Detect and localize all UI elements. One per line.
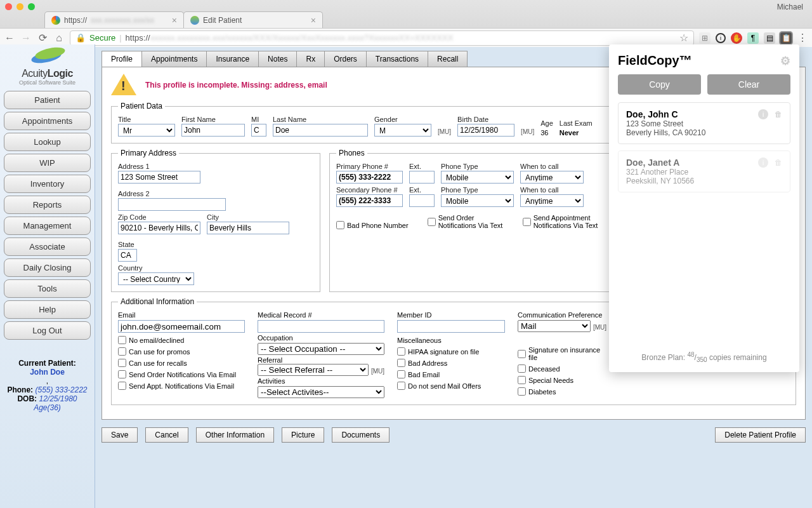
secondary-when-select[interactable]: Anytime	[520, 194, 584, 207]
info-icon[interactable]: i	[758, 109, 768, 119]
appt-email-checkbox[interactable]	[118, 382, 126, 390]
sidebar-item-tools[interactable]: Tools	[4, 279, 91, 298]
tab-appointments[interactable]: Appointments	[141, 51, 207, 67]
patient-card[interactable]: Doe, Janet A 321 Another Place Peekskill…	[618, 150, 790, 192]
recalls-checkbox[interactable]	[118, 359, 126, 367]
tab-profile[interactable]: Profile	[102, 51, 142, 67]
tab-close-icon[interactable]: ×	[172, 15, 177, 25]
no-email-checkbox[interactable]	[118, 336, 126, 344]
state-input[interactable]	[118, 249, 137, 262]
diabetes-checkbox[interactable]	[518, 387, 526, 396]
gear-icon[interactable]: ⚙	[780, 54, 790, 68]
primary-type-select[interactable]: Mobile	[441, 171, 514, 184]
trash-icon[interactable]: 🗑	[773, 109, 783, 119]
email-input[interactable]	[118, 320, 245, 333]
send-appt-text-checkbox[interactable]	[523, 218, 531, 226]
picture-button[interactable]: Picture	[282, 427, 324, 443]
tab-transactions[interactable]: Transactions	[366, 51, 428, 67]
clear-button[interactable]: Clear	[707, 74, 790, 95]
mrn-input[interactable]	[258, 320, 384, 333]
address2-input[interactable]	[118, 198, 226, 211]
address1-input[interactable]	[118, 171, 200, 184]
save-button[interactable]: Save	[102, 427, 138, 443]
menu-icon[interactable]: ⋮	[797, 32, 808, 44]
ext-icon[interactable]: i	[716, 33, 726, 43]
zip-input[interactable]	[118, 222, 200, 234]
mi-input[interactable]	[251, 124, 266, 137]
tab-insurance[interactable]: Insurance	[206, 51, 259, 67]
window-maximize-icon[interactable]	[28, 3, 35, 10]
ext-icon[interactable]: ¶	[747, 32, 759, 44]
first-name-input[interactable]	[181, 124, 245, 137]
last-name-input[interactable]	[273, 124, 368, 137]
city-input[interactable]	[207, 222, 289, 234]
birth-date-input[interactable]	[457, 124, 514, 137]
address-bar[interactable]: 🔒 Secure | https://xxxxxx.xxxxxxxx.xxx/x…	[70, 30, 694, 46]
sidebar-item-wip[interactable]: WIP	[4, 154, 91, 172]
sidebar-item-help[interactable]: Help	[4, 300, 91, 319]
ext-icon[interactable]: ✋	[731, 32, 742, 44]
sidebar-item-lookup[interactable]: Lookup	[4, 133, 91, 151]
order-email-checkbox[interactable]	[118, 370, 126, 378]
tab-recall[interactable]: Recall	[428, 51, 468, 67]
browser-tab[interactable]: Edit Patient ×	[183, 11, 323, 28]
primary-when-select[interactable]: Anytime	[520, 171, 584, 184]
signature-checkbox[interactable]	[518, 350, 526, 358]
ext-icon[interactable]: ▤	[764, 32, 775, 44]
copy-button[interactable]: Copy	[618, 74, 701, 95]
comm-pref-select[interactable]: Mail	[518, 320, 591, 332]
bad-phone-checkbox[interactable]	[336, 221, 344, 229]
gender-select[interactable]: M	[374, 124, 431, 137]
nav-back-icon[interactable]: ←	[4, 32, 15, 44]
nav-home-icon[interactable]: ⌂	[53, 32, 65, 44]
window-minimize-icon[interactable]	[16, 3, 23, 10]
sidebar-item-daily-closing[interactable]: Daily Closing	[4, 258, 91, 277]
primary-address-fieldset: Primary Address Address 1 Address 2 Zip …	[111, 149, 320, 292]
ext-icon[interactable]: ⊞	[699, 32, 710, 44]
nav-reload-icon[interactable]: ⟳	[37, 32, 48, 44]
sidebar-item-associate[interactable]: Associate	[4, 237, 91, 256]
tab-orders[interactable]: Orders	[324, 51, 367, 67]
occupation-select[interactable]: -- Select Occupation --	[258, 343, 384, 355]
secondary-phone-input[interactable]	[336, 194, 403, 207]
bad-address-checkbox[interactable]	[397, 359, 405, 367]
country-select[interactable]: -- Select Country --	[118, 272, 194, 285]
trash-icon[interactable]: 🗑	[773, 157, 783, 168]
hipaa-checkbox[interactable]	[397, 347, 405, 356]
primary-ext-input[interactable]	[409, 171, 435, 184]
tab-notes[interactable]: Notes	[258, 51, 297, 67]
documents-button[interactable]: Documents	[332, 427, 390, 443]
tab-rx[interactable]: Rx	[296, 51, 325, 67]
bad-email-checkbox[interactable]	[397, 370, 405, 378]
sidebar-item-logout[interactable]: Log Out	[4, 321, 91, 340]
nav-forward-icon[interactable]: →	[20, 32, 32, 44]
promos-checkbox[interactable]	[118, 347, 126, 356]
tab-close-icon[interactable]: ×	[311, 15, 316, 25]
activities-select[interactable]: --Select Activites--	[258, 386, 384, 398]
send-order-text-checkbox[interactable]	[428, 218, 436, 226]
sidebar-item-reports[interactable]: Reports	[4, 196, 91, 214]
ext-fieldcopy-icon[interactable]: 📋	[780, 32, 792, 44]
info-icon[interactable]: i	[758, 157, 768, 168]
browser-tab[interactable]: https://xxx.xxxxxxx.xxx/xx ×	[44, 11, 184, 28]
delete-profile-button[interactable]: Delete Patient Profile	[715, 427, 806, 443]
deceased-checkbox[interactable]	[518, 364, 526, 373]
sidebar-item-appointments[interactable]: Appointments	[4, 112, 91, 130]
other-info-button[interactable]: Other Information	[196, 427, 274, 443]
sidebar-item-management[interactable]: Management	[4, 217, 91, 235]
star-icon[interactable]: ☆	[679, 32, 688, 44]
cancel-button[interactable]: Cancel	[145, 427, 188, 443]
sidebar-item-patient[interactable]: Patient	[4, 91, 91, 109]
special-needs-checkbox[interactable]	[518, 376, 526, 384]
referral-select[interactable]: -- Select Referral --	[258, 364, 369, 376]
sidebar-item-inventory[interactable]: Inventory	[4, 175, 91, 193]
member-id-input[interactable]	[397, 320, 505, 333]
secondary-type-select[interactable]: Mobile	[441, 194, 514, 207]
secondary-ext-input[interactable]	[409, 194, 435, 207]
title-select[interactable]: Mr	[118, 124, 175, 137]
current-patient-name[interactable]: John Doe	[4, 368, 91, 377]
window-close-icon[interactable]	[5, 3, 12, 10]
patient-card[interactable]: Doe, John C 123 Some Street Beverly Hill…	[618, 102, 790, 144]
primary-phone-input[interactable]	[336, 171, 403, 184]
no-mail-checkbox[interactable]	[397, 382, 405, 390]
